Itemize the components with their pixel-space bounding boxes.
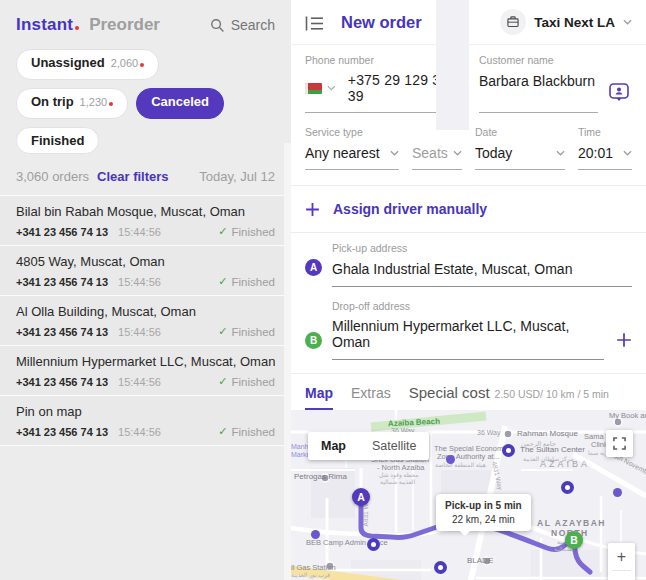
service-type-select[interactable]: Service type Any nearest bbox=[305, 126, 399, 170]
scrollbar[interactable] bbox=[284, 143, 291, 580]
map-type-satellite[interactable]: Satellite bbox=[359, 432, 429, 460]
chevron-down-icon bbox=[327, 85, 336, 91]
status-text: Finished bbox=[232, 376, 275, 388]
map-canvas[interactable]: 1 Azaiba Beach36 Way36 WayRahman Mosqueج… bbox=[291, 410, 646, 580]
filter-canceled[interactable]: Canceled bbox=[136, 88, 224, 119]
address-section: A Pick-up address Ghala Industrial Estat… bbox=[291, 233, 646, 360]
time-label: Time bbox=[578, 126, 632, 138]
logo-alert-dot bbox=[75, 26, 79, 30]
order-row[interactable]: Bilal bin Rabah Mosque, Muscat, Oman +34… bbox=[0, 196, 291, 246]
check-icon: ✓ bbox=[218, 325, 227, 338]
pickup-map-marker[interactable]: A bbox=[352, 488, 370, 506]
service-type-value: Any nearest bbox=[305, 145, 380, 161]
right-header: New order Map Taxi Next LA bbox=[291, 0, 646, 45]
chevron-down-icon bbox=[623, 150, 632, 156]
detail-tabs: Map Extras Special cost2.50 USD/ 10 km /… bbox=[291, 373, 646, 410]
order-time: 15:44:56 bbox=[118, 226, 161, 238]
company-avatar bbox=[500, 9, 526, 35]
filter-label: Unassigned bbox=[31, 55, 105, 70]
orders-panel: Instant Preorder Search Unassigned 2,060… bbox=[0, 0, 291, 580]
filter-label: On trip bbox=[31, 94, 74, 109]
order-title: 4805 Way, Muscat, Oman bbox=[16, 254, 275, 269]
dropoff-address-label: Drop-off address bbox=[332, 300, 604, 312]
dropoff-marker-b: B bbox=[305, 332, 322, 349]
status-text: Finished bbox=[232, 276, 275, 288]
order-row[interactable]: Al Olla Building, Muscat, Oman +341 23 4… bbox=[0, 296, 291, 346]
dropoff-address-field[interactable]: Drop-off address Millennium Hypermarket … bbox=[332, 300, 604, 360]
pickup-address-field[interactable]: Pick-up address Ghala Industrial Estate,… bbox=[332, 242, 632, 287]
zoom-in-button[interactable]: + bbox=[608, 543, 635, 570]
pickup-address-input[interactable]: Ghala Industrial Estate, Muscat, Oman bbox=[332, 260, 632, 277]
country-flag-icon[interactable] bbox=[305, 83, 322, 94]
company-name: Taxi Next LA bbox=[534, 15, 615, 30]
filter-count: 2,060 bbox=[111, 57, 139, 69]
order-time: 15:44:56 bbox=[118, 276, 161, 288]
seats-placeholder: Seats bbox=[412, 145, 448, 161]
dropoff-address-input[interactable]: Millennium Hypermarket LLC, Muscat, Oman bbox=[332, 318, 604, 350]
map-type-control: Map Satellite bbox=[308, 432, 429, 460]
order-time: 15:44:56 bbox=[118, 376, 161, 388]
clear-filters-link[interactable]: Clear filters bbox=[97, 169, 169, 184]
seats-select[interactable]: Seats bbox=[412, 126, 462, 170]
subtab-map[interactable]: Map bbox=[305, 385, 333, 410]
order-row[interactable]: Millennium Hypermarket LLC, Muscat, Oman… bbox=[0, 346, 291, 396]
add-stop-button[interactable] bbox=[616, 332, 632, 360]
assign-driver-button[interactable]: Assign driver manually bbox=[291, 186, 646, 232]
app-window: Instant Preorder Search Unassigned 2,060… bbox=[0, 0, 646, 580]
order-title: Pin on map bbox=[16, 404, 275, 419]
date-value: Today bbox=[475, 145, 512, 161]
time-select[interactable]: Time 20:01 bbox=[578, 126, 632, 170]
order-phone: +341 23 456 74 13 bbox=[16, 426, 108, 438]
subtab-special-cost[interactable]: Special cost2.50 USD/ 10 km / 5 min bbox=[409, 384, 609, 408]
customer-name-input[interactable]: Barbara Blackburn bbox=[479, 72, 598, 89]
account-selector[interactable]: Taxi Next LA bbox=[500, 9, 632, 35]
plus-icon bbox=[305, 202, 320, 217]
collapse-menu-button[interactable] bbox=[305, 16, 324, 31]
orders-panel-header: Instant Preorder Search bbox=[0, 0, 291, 35]
orders-summary: 3,060 orders Clear filters Today, Jul 12 bbox=[0, 154, 291, 195]
eta-distance-duration: 22 km, 24 min bbox=[445, 514, 522, 525]
briefcase-icon bbox=[506, 15, 520, 29]
customer-name-label: Customer name bbox=[479, 54, 598, 66]
date-select[interactable]: Date Today bbox=[475, 126, 565, 170]
status-badge: ✓Finished bbox=[218, 225, 275, 238]
chevron-down-icon bbox=[623, 19, 632, 25]
order-row[interactable]: 4805 Way, Muscat, Oman +341 23 456 74 13… bbox=[0, 246, 291, 296]
tab-new-order[interactable]: New order bbox=[341, 13, 422, 32]
map-type-map[interactable]: Map bbox=[308, 432, 359, 460]
filter-label: Canceled bbox=[151, 94, 209, 109]
time-value: 20:01 bbox=[578, 145, 613, 161]
contacts-button[interactable] bbox=[608, 82, 632, 113]
order-phone: +341 23 456 74 13 bbox=[16, 376, 108, 388]
search-icon bbox=[210, 18, 225, 33]
tab-map[interactable]: Map bbox=[436, 0, 469, 130]
chevron-down-icon bbox=[453, 150, 462, 156]
subtab-extras[interactable]: Extras bbox=[351, 385, 391, 408]
dropoff-address-row: B Drop-off address Millennium Hypermarke… bbox=[305, 300, 632, 360]
fullscreen-button[interactable] bbox=[606, 430, 633, 457]
dropoff-map-marker[interactable]: B bbox=[565, 531, 583, 549]
status-text: Finished bbox=[232, 426, 275, 438]
fullscreen-icon bbox=[613, 437, 626, 450]
filter-unassigned[interactable]: Unassigned 2,060 bbox=[16, 49, 159, 80]
eta-tooltip: Pick-up in 5 min 22 km, 24 min bbox=[436, 494, 531, 531]
status-badge: ✓Finished bbox=[218, 325, 275, 338]
mode-preorder[interactable]: Preorder bbox=[89, 15, 160, 35]
filter-finished[interactable]: Finished bbox=[16, 127, 99, 154]
order-title: Millennium Hypermarket LLC, Muscat, Oman bbox=[16, 354, 275, 369]
alert-dot bbox=[140, 63, 144, 67]
pickup-address-row: A Pick-up address Ghala Industrial Estat… bbox=[305, 242, 632, 287]
search-button[interactable]: Search bbox=[210, 17, 275, 33]
search-label: Search bbox=[231, 17, 275, 33]
order-row[interactable]: Pin on map +341 23 456 74 1315:44:56✓Fin… bbox=[0, 396, 291, 446]
special-cost-detail: 2.50 USD/ 10 km / 5 min bbox=[495, 388, 609, 400]
zoom-out-button[interactable]: − bbox=[608, 571, 635, 580]
alert-dot bbox=[109, 102, 113, 106]
status-text: Finished bbox=[232, 226, 275, 238]
filter-on-trip[interactable]: On trip 1,230 bbox=[16, 88, 128, 119]
service-type-label: Service type bbox=[305, 126, 399, 138]
check-icon: ✓ bbox=[218, 375, 227, 388]
order-title: Al Olla Building, Muscat, Oman bbox=[16, 304, 275, 319]
customer-name-field[interactable]: Customer name Barbara Blackburn bbox=[479, 54, 598, 113]
order-phone: +341 23 456 74 13 bbox=[16, 226, 108, 238]
